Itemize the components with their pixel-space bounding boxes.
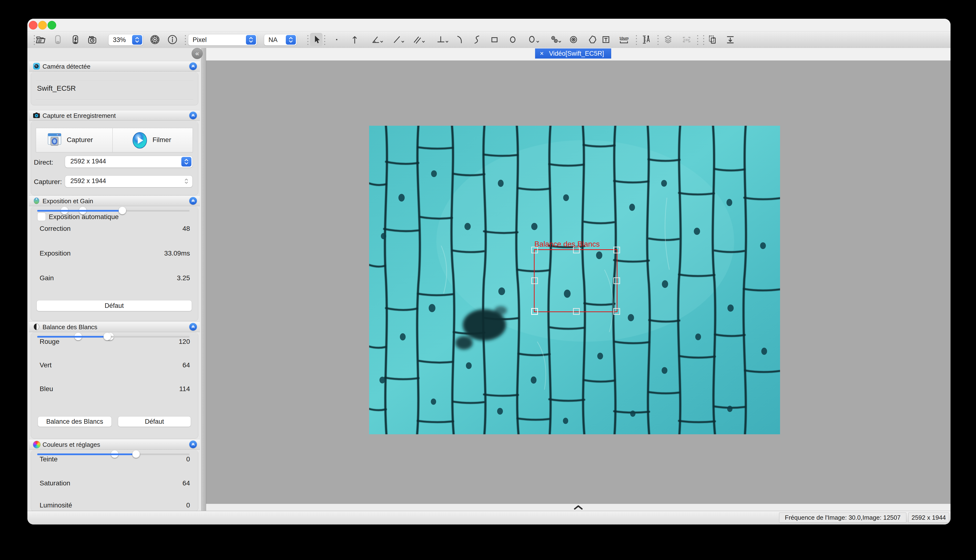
saturation-slider[interactable] — [37, 450, 189, 458]
export-image-icon[interactable] — [725, 34, 735, 45]
capture-box: Capturer Filmer Direct: 2592 x 1944 Capt… — [31, 121, 198, 195]
info-icon[interactable] — [167, 34, 178, 45]
microscope-live-image[interactable]: Balance des Blancs — [369, 126, 780, 434]
roi-handle-ne[interactable] — [613, 247, 620, 253]
settings-gear-icon[interactable] — [150, 34, 160, 45]
perpendicular-tool-icon[interactable] — [436, 34, 447, 45]
save-icon[interactable] — [53, 34, 63, 45]
collapse-panel-icon[interactable] — [189, 440, 197, 448]
ellipse-tool-icon[interactable] — [527, 34, 538, 45]
polygon-tool-icon[interactable] — [587, 34, 598, 45]
slider-thumb[interactable] — [104, 333, 111, 340]
wb-default-button[interactable]: Défaut — [118, 416, 191, 427]
capture-resolution-stepper-icon[interactable] — [184, 177, 189, 187]
camera-list-item[interactable]: Swift_EC5R — [37, 84, 76, 92]
annulus-tool-icon[interactable] — [549, 34, 560, 45]
roi-handle-w[interactable] — [531, 277, 538, 284]
angle-tool-icon[interactable] — [371, 34, 381, 45]
na-select[interactable]: NA — [264, 34, 297, 46]
wb-roi-rectangle[interactable] — [534, 249, 617, 312]
capture-photo-button[interactable]: Capturer — [36, 128, 113, 152]
timed-capture-icon[interactable] — [87, 34, 97, 45]
open-file-icon[interactable] — [35, 34, 46, 45]
panel-header-colors[interactable]: Couleurs et réglages — [29, 439, 200, 450]
record-video-button[interactable]: Filmer — [112, 128, 193, 152]
roi-handle-nw[interactable] — [531, 247, 538, 253]
na-stepper-icon[interactable] — [286, 35, 296, 45]
circle-tool-icon[interactable] — [508, 34, 518, 45]
gain-slider[interactable] — [37, 207, 189, 215]
roi-handle-e[interactable] — [613, 277, 620, 284]
unit-select[interactable]: Pixel — [188, 34, 257, 46]
layers-icon[interactable] — [663, 34, 674, 45]
duplicate-image-icon[interactable] — [707, 34, 718, 45]
close-window-button[interactable] — [29, 21, 37, 30]
collapse-panel-icon[interactable] — [189, 112, 197, 119]
live-resolution-select[interactable]: 2592 x 1944 — [65, 156, 192, 168]
panel-header-capture[interactable]: Capture et Enregistrement — [29, 110, 200, 121]
capture-resolution-value: 2592 x 1944 — [70, 177, 106, 185]
rectangle-tool-icon[interactable] — [489, 34, 500, 45]
parallel-lines-tool-icon[interactable] — [413, 34, 423, 45]
slider-thumb[interactable] — [132, 450, 140, 458]
slider-value: 33.09ms — [164, 250, 190, 257]
text-tool-icon[interactable] — [601, 34, 611, 45]
flash-capture-icon[interactable] — [70, 34, 81, 45]
whitebalance-box: Rouge 120 Vert 64 Bleu 114 Balance des B… — [31, 333, 198, 438]
collapse-panel-icon[interactable] — [189, 62, 197, 70]
exposure-box: Exposition automatique Correction 48 Exp… — [31, 207, 198, 321]
panel-header-whitebalance[interactable]: Balance des Blancs — [29, 322, 200, 332]
roi-handle-sw[interactable] — [531, 308, 538, 315]
pointer-tool-icon[interactable] — [311, 34, 322, 45]
slider-value: 48 — [182, 225, 190, 232]
panel-title: Exposition et Gain — [42, 197, 93, 205]
concentric-circles-tool-icon[interactable] — [568, 34, 579, 45]
toolbar: 33% Pixel NA — [27, 32, 951, 48]
record-video-label: Filmer — [152, 136, 171, 144]
expand-bottom-chevron[interactable] — [572, 505, 584, 511]
collapse-sidebar-button[interactable]: « — [192, 48, 203, 59]
roi-handle-n[interactable] — [573, 247, 580, 253]
blue-slider[interactable] — [37, 333, 189, 340]
live-resolution-stepper-icon[interactable] — [181, 157, 191, 167]
exposure-default-button[interactable]: Défaut — [37, 300, 192, 311]
minimize-window-button[interactable] — [38, 21, 47, 30]
slider-value: 64 — [182, 361, 190, 369]
collapse-sidebar-glyph: « — [195, 50, 199, 57]
video-tab-label: Vidéo[Swift_EC5R] — [549, 50, 604, 57]
collapse-panel-icon[interactable] — [189, 323, 197, 331]
panel-header-exposure[interactable]: Exposition et Gain — [29, 195, 200, 206]
collapse-panel-icon[interactable] — [189, 197, 197, 205]
video-tab[interactable]: × Vidéo[Swift_EC5R] — [535, 48, 611, 58]
roi-handle-s[interactable] — [573, 308, 580, 315]
zoom-window-button[interactable] — [48, 21, 56, 30]
slider-label: Gain — [40, 274, 54, 282]
live-resolution-label: Direct: — [34, 158, 53, 166]
toolbar-separator — [324, 34, 325, 45]
unit-stepper-icon[interactable] — [246, 35, 256, 45]
webcam-icon — [33, 63, 40, 70]
sidebar-scrollbar[interactable] — [201, 48, 206, 511]
capture-resolution-select[interactable]: 2592 x 1944 — [65, 175, 192, 187]
roi-handle-se[interactable] — [613, 308, 620, 315]
framerate-status: Fréquence de l'Image: 30.0,Image: 12507 — [779, 512, 906, 523]
arrow-tool-icon[interactable] — [349, 34, 360, 45]
panel-header-camera[interactable]: Caméra détectée — [29, 61, 200, 72]
zoom-stepper-icon[interactable] — [132, 35, 142, 45]
close-tab-icon[interactable]: × — [540, 50, 544, 57]
panel-title: Couleurs et réglages — [42, 441, 100, 448]
line-tool-icon[interactable] — [392, 34, 403, 45]
panel-title: Balance des Blancs — [42, 323, 97, 331]
zoom-level-select[interactable]: 33% — [108, 34, 143, 46]
slider-label: Luminosité — [40, 502, 72, 509]
curve-tool-icon[interactable] — [472, 34, 483, 45]
slider-value: 3.25 — [177, 274, 190, 282]
slider-label: Exposition — [40, 250, 70, 257]
measure-calipers-icon[interactable] — [641, 34, 652, 45]
slider-thumb[interactable] — [119, 207, 126, 214]
white-balance-button[interactable]: Balance des Blancs — [38, 416, 112, 427]
scalebar-tool-icon[interactable]: 10um — [618, 34, 628, 45]
arc-tool-icon[interactable] — [455, 34, 465, 45]
point-tool-icon[interactable] — [331, 34, 342, 45]
slider-label: Vert — [40, 361, 52, 369]
